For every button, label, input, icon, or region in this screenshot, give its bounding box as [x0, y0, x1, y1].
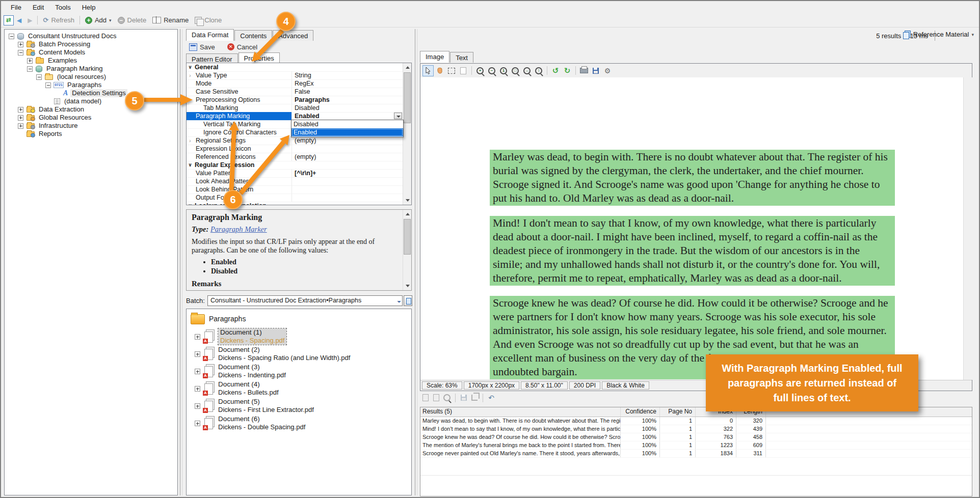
- property-row-value-type[interactable]: ›Value TypeString: [187, 71, 403, 80]
- property-value[interactable]: RegEx: [292, 79, 403, 88]
- expand-icon[interactable]: [195, 421, 200, 426]
- property-value[interactable]: [292, 145, 403, 153]
- connect-icon[interactable]: ⇄: [4, 15, 14, 25]
- collapse-icon[interactable]: [9, 34, 14, 39]
- pointer-tool[interactable]: [422, 65, 434, 76]
- batch-combo[interactable]: Consultant - Unstructured Doc Extraction…: [207, 295, 403, 306]
- save-region-button[interactable]: [459, 393, 468, 402]
- property-value[interactable]: Paragraphs: [292, 96, 403, 104]
- viewer-scrollbar[interactable]: [963, 77, 972, 380]
- property-value[interactable]: [292, 193, 403, 202]
- expand-icon[interactable]: [195, 386, 200, 392]
- menu-help[interactable]: Help: [76, 2, 101, 13]
- tab-data-format[interactable]: Data Format: [186, 29, 234, 41]
- reference-material-button[interactable]: Reference Material ▾: [903, 31, 974, 38]
- expand-icon[interactable]: [195, 403, 200, 409]
- menu-edit[interactable]: Edit: [27, 2, 49, 13]
- property-row-tab-marking[interactable]: Tab MarkingDisabled: [187, 104, 403, 113]
- help-panel-scrollbar[interactable]: [403, 210, 411, 290]
- panel-splitter[interactable]: [417, 29, 417, 495]
- scroll-up-arrow[interactable]: [403, 63, 411, 72]
- property-row-referenced-lexicons[interactable]: Referenced Lexicons(empty): [187, 153, 403, 161]
- refresh-button[interactable]: ⟳Refresh: [40, 15, 77, 25]
- rename-button[interactable]: Rename: [149, 15, 192, 25]
- property-value[interactable]: Disabled: [292, 104, 403, 112]
- property-row-look-behind-pattern[interactable]: Look Behind Pattern: [187, 185, 403, 194]
- print-button[interactable]: [578, 65, 590, 76]
- expand-icon[interactable]: [195, 351, 200, 357]
- clone-button[interactable]: Clone: [192, 15, 225, 25]
- tree-item-root[interactable]: Consultant Unstructured Docs: [5, 32, 177, 40]
- property-category-general[interactable]: ∨General: [187, 63, 403, 72]
- save-button[interactable]: Save: [186, 42, 218, 52]
- paragraph-marker-link[interactable]: Paragraph Marker: [210, 225, 267, 233]
- back-button[interactable]: ◀: [14, 16, 24, 25]
- delete-button[interactable]: −Delete: [115, 15, 150, 25]
- property-value[interactable]: (empty): [292, 153, 403, 161]
- marquee-tool[interactable]: [446, 65, 457, 76]
- dropdown-button[interactable]: [394, 113, 402, 119]
- property-value[interactable]: (empty): [292, 136, 403, 145]
- scroll-down-arrow[interactable]: [403, 196, 411, 205]
- tree-item-global-resources[interactable]: Global Resources: [5, 114, 177, 122]
- property-row-case-sensitive[interactable]: Case SensitiveFalse: [187, 88, 403, 96]
- collapse-icon[interactable]: [36, 74, 42, 80]
- column-header-page-no[interactable]: Page No: [660, 407, 696, 417]
- tree-item-content-models[interactable]: Content Models: [5, 48, 177, 57]
- panel-splitter[interactable]: [182, 29, 182, 495]
- forward-button[interactable]: ▶: [24, 16, 35, 25]
- expand-icon[interactable]: [18, 107, 23, 113]
- property-row-value-pattern[interactable]: Value Pattern[^\r\n]+: [187, 169, 403, 178]
- zoom-region-tool[interactable]: [458, 65, 469, 76]
- tree-item-batch-processing[interactable]: Batch Processing: [5, 40, 177, 48]
- scroll-down-arrow[interactable]: [403, 282, 411, 290]
- tree-item-data-extraction[interactable]: Data Extraction: [5, 105, 177, 114]
- panel-splitter[interactable]: [180, 29, 180, 495]
- collapse-icon[interactable]: [18, 50, 23, 56]
- document-item-3[interactable]: A Document (3)Dickens - Indenting.pdf: [187, 363, 411, 380]
- save-image-button[interactable]: [590, 65, 601, 76]
- tab-advanced[interactable]: Advanced: [273, 30, 313, 41]
- property-grid-scrollbar[interactable]: [403, 63, 411, 205]
- expand-icon[interactable]: [18, 42, 23, 47]
- result-row-3[interactable]: Scrooge knew he was dead? Of course he d…: [420, 433, 972, 441]
- result-row-2[interactable]: Mind! I don't mean to say that I know, o…: [420, 425, 972, 433]
- result-row-5[interactable]: Scrooge never painted out Old Marley's n…: [420, 450, 972, 458]
- tree-item-reports[interactable]: Reports: [5, 130, 177, 138]
- property-row-look-ahead-pattern[interactable]: Look Ahead Pattern: [187, 177, 403, 186]
- page-zoom-button[interactable]: [442, 393, 452, 402]
- property-value[interactable]: Enabled: [292, 112, 403, 120]
- column-header-confidence[interactable]: Confidence: [621, 407, 660, 417]
- tree-item-examples[interactable]: Examples: [5, 57, 177, 65]
- property-row-preprocessing-options[interactable]: Preprocessing OptionsParagraphs: [187, 96, 403, 104]
- document-item-5[interactable]: A Document (5)Dickens - First Line Extra…: [187, 398, 411, 415]
- property-row-expression-lexicon[interactable]: Expression Lexicon: [187, 145, 403, 153]
- document-page[interactable]: Marley was dead, to begin with. There is…: [420, 77, 963, 380]
- filter-dropdown-icon[interactable]: ⏷: [397, 297, 401, 306]
- menu-tools[interactable]: Tools: [49, 2, 76, 13]
- expand-icon[interactable]: [18, 123, 23, 129]
- crop-button[interactable]: [470, 393, 479, 402]
- scroll-down-arrow[interactable]: [964, 77, 972, 380]
- tab-contents[interactable]: Contents: [234, 30, 272, 41]
- property-row-mode[interactable]: ModeRegEx: [187, 79, 403, 88]
- tree-item-paragraphs[interactable]: 0721Paragraphs: [5, 81, 177, 89]
- expand-icon[interactable]: [195, 369, 200, 374]
- property-category-lookup-and-translation[interactable]: ∨Lookup and Translation: [187, 202, 403, 205]
- zoom-width-button[interactable]: ↔: [521, 65, 533, 76]
- prev-page-button[interactable]: [421, 393, 430, 402]
- expand-icon[interactable]: [27, 58, 33, 64]
- zoom-out-button[interactable]: −: [486, 65, 497, 76]
- result-row-4[interactable]: The mention of Marley's funeral brings m…: [420, 441, 972, 450]
- property-value[interactable]: [^\r\n]+: [292, 169, 403, 177]
- undo-view-button[interactable]: ↶: [487, 393, 496, 402]
- property-value[interactable]: [292, 177, 403, 185]
- scrollbar-thumb[interactable]: [404, 72, 411, 123]
- scroll-up-arrow[interactable]: [403, 210, 411, 218]
- tree-item-local-resources[interactable]: (local resources): [5, 73, 177, 81]
- result-row-1[interactable]: Marley was dead, to begin with. There is…: [420, 417, 972, 425]
- open-batch-button[interactable]: [404, 295, 412, 306]
- zoom-in-button[interactable]: +: [474, 65, 486, 76]
- next-page-button[interactable]: [432, 393, 441, 402]
- cancel-button[interactable]: ✕Cancel: [224, 42, 260, 52]
